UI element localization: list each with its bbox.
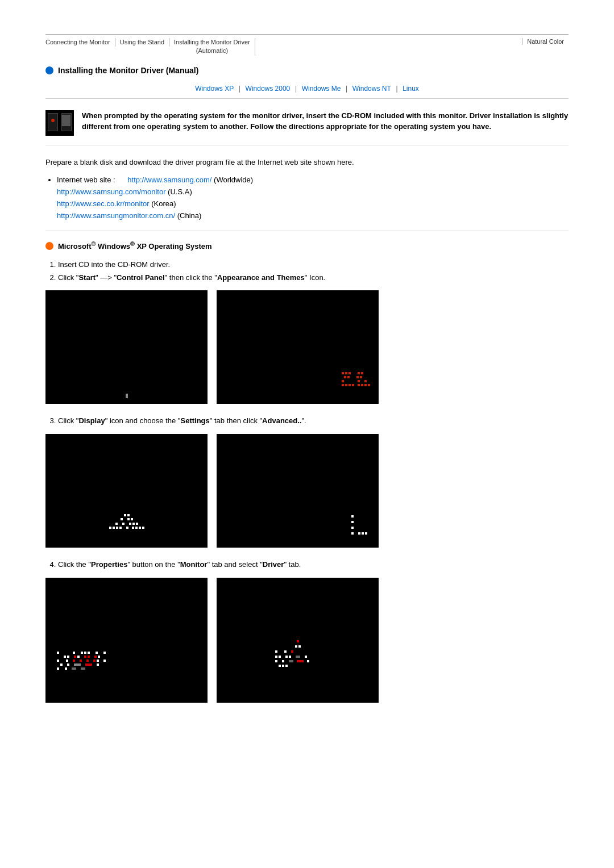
nav-left: Connecting the Monitor Using the Stand I… — [45, 38, 255, 56]
screenshot-2b — [217, 434, 379, 548]
link-suffix-2: (Korea) — [151, 199, 176, 208]
pixel-pattern-1b — [342, 372, 370, 388]
screenshot-1a — [45, 290, 208, 404]
tab-windows-xp[interactable]: Windows XP — [195, 85, 234, 93]
step-4: Click the "Properties" button on the "Mo… — [58, 559, 569, 571]
link-worldwide[interactable]: http://www.samsung.com/ — [127, 176, 211, 184]
screenshot-3a — [45, 578, 208, 703]
settings-pixels-left — [109, 514, 144, 531]
cd-rom-icon — [45, 110, 74, 136]
bullet-item-links: Internet web site : http://www.samsung.c… — [57, 174, 569, 222]
page-title-row: Installing the Monitor Driver (Manual) — [45, 66, 569, 75]
nav-item-connecting[interactable]: Connecting the Monitor — [45, 38, 115, 47]
info-text: When prompted by the operating system fo… — [82, 110, 569, 132]
tab-sep-2: | — [295, 85, 297, 93]
section-divider-1 — [45, 231, 569, 231]
tab-linux[interactable]: Linux — [403, 85, 419, 93]
nav-item-stand[interactable]: Using the Stand — [115, 38, 169, 47]
steps-list-3: Click "Display" icon and choose the "Set… — [58, 415, 569, 427]
nav-item-driver-auto[interactable]: Installing the Monitor Driver (Automatic… — [169, 38, 255, 56]
links-list: Internet web site : http://www.samsung.c… — [57, 174, 569, 222]
screenshot-3b — [217, 578, 379, 703]
tab-sep-3: | — [346, 85, 347, 93]
screenshot-1b — [217, 290, 379, 404]
link-korea[interactable]: http://www.sec.co.kr/monitor — [57, 199, 150, 208]
tab-windows-me[interactable]: Windows Me — [302, 85, 341, 93]
screenshot-pair-2 — [45, 434, 569, 548]
info-text-bold: When prompted by the operating system fo… — [82, 111, 568, 131]
link-suffix-1: (U.S.A) — [168, 187, 192, 196]
tab-windows-2000[interactable]: Windows 2000 — [246, 85, 291, 93]
blue-circle-icon — [45, 66, 53, 74]
step-2: Click "Start" —> "Control Panel" then cl… — [58, 272, 569, 284]
link-china[interactable]: http://www.samsungmonitor.com.cn/ — [57, 211, 175, 220]
settings-pixels-right — [351, 515, 367, 536]
bullet-label: Internet web site : — [57, 176, 115, 184]
tab-windows-nt[interactable]: Windows NT — [352, 85, 391, 93]
subsection-title: Microsoft® Windows® XP Operating System — [58, 240, 212, 251]
step-1: Insert CD into the CD-ROM driver. — [58, 259, 569, 271]
nav-bar: Connecting the Monitor Using the Stand I… — [45, 34, 569, 56]
steps-list-1-2: Insert CD into the CD-ROM driver. Click … — [58, 259, 569, 284]
subsection-title-row: Microsoft® Windows® XP Operating System — [45, 240, 569, 251]
steps-list-4: Click the "Properties" button on the "Mo… — [58, 559, 569, 571]
tab-sep-4: | — [396, 85, 397, 93]
screenshot-pair-1 — [45, 290, 569, 404]
step-3: Click "Display" icon and choose the "Set… — [58, 415, 569, 427]
tab-sep-1: | — [239, 85, 240, 93]
orange-circle-icon — [45, 242, 53, 250]
screenshot-pair-3 — [45, 578, 569, 703]
link-usa[interactable]: http://www.samsung.com/monitor — [57, 187, 165, 196]
info-box: When prompted by the operating system fo… — [45, 110, 569, 145]
page-title: Installing the Monitor Driver (Manual) — [58, 66, 198, 75]
desc-text: Prepare a blank disk and download the dr… — [45, 157, 569, 168]
nav-item-natural-color[interactable]: Natural Color — [522, 38, 569, 45]
link-suffix-0: (Worldwide) — [214, 176, 253, 184]
tabs-row: Windows XP | Windows 2000 | Windows Me |… — [45, 84, 569, 99]
steps-container: Insert CD into the CD-ROM driver. Click … — [45, 259, 569, 703]
link-suffix-3: (China) — [177, 211, 202, 220]
screenshot-2a — [45, 434, 208, 548]
